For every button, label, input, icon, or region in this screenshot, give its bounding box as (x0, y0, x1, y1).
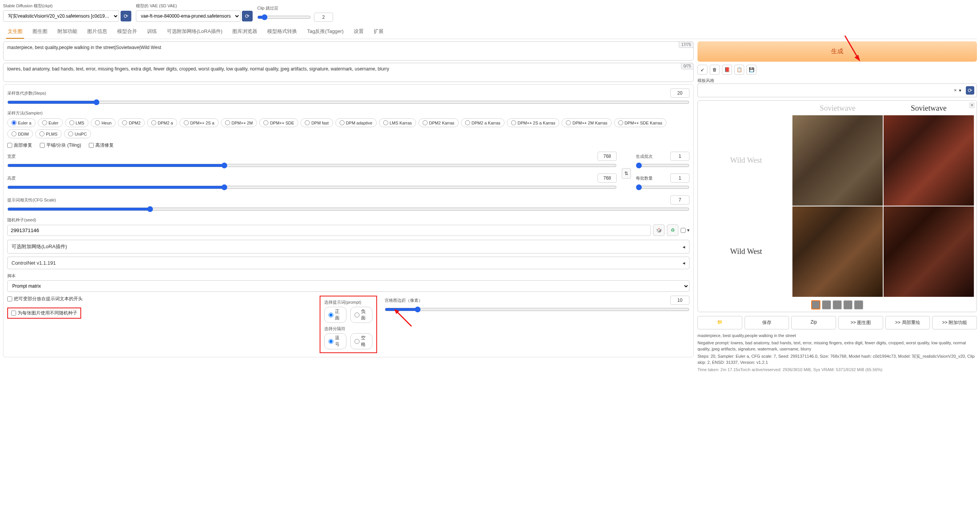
tab-3[interactable]: 图片信息 (86, 25, 109, 39)
hires-check[interactable]: 高清修复 (89, 142, 114, 149)
open-folder-button[interactable]: 📁 (697, 316, 742, 329)
tab-4[interactable]: 模型合并 (116, 25, 139, 39)
sampler-dpm2-a-karras[interactable]: DPM2 a Karras (461, 118, 505, 127)
put-at-start-check[interactable]: 把可变部分放在提示词文本的开头 (7, 296, 312, 302)
seed-input[interactable] (7, 225, 651, 236)
sampler-lms-karras[interactable]: LMS Karras (379, 118, 416, 127)
thumb[interactable] (854, 300, 863, 309)
height-value[interactable]: 768 (598, 173, 617, 183)
seed-dice-icon[interactable]: 🎲 (653, 224, 665, 236)
different-seed-check[interactable]: 为每张图片使用不同随机种子 (11, 310, 77, 316)
grid-row-label: Wild West (700, 206, 792, 298)
margin-slider[interactable] (385, 306, 689, 313)
style-clear-icon[interactable]: × (954, 88, 957, 93)
swap-wh-button[interactable]: ⇅ (622, 168, 631, 179)
sampler-unipc[interactable]: UniPC (64, 129, 91, 138)
style-refresh-icon[interactable]: ⟳ (966, 86, 974, 95)
seed-recycle-icon[interactable]: ♻ (667, 224, 678, 236)
batch-size-value[interactable]: 1 (670, 173, 689, 183)
sampler-ddim[interactable]: DDIM (7, 129, 33, 138)
vae-select[interactable]: vae-ft-mse-840000-ema-pruned.safetensors (136, 10, 240, 22)
script-label: 脚本 (7, 273, 16, 278)
batch-count-slider[interactable] (636, 162, 689, 169)
steps-slider[interactable] (7, 99, 689, 105)
model-refresh-icon[interactable]: ⟳ (121, 11, 131, 21)
clip-value[interactable]: 2 (314, 13, 333, 22)
arrow-tool-icon[interactable]: ↙ (697, 65, 707, 75)
tiling-check[interactable]: 平铺/分块 (Tiling) (40, 142, 81, 149)
sampler-dpm---sde-karras[interactable]: DPM++ SDE Karras (614, 118, 666, 127)
to-extras-button[interactable]: >> 附加功能 (932, 316, 977, 329)
tab-8[interactable]: 模型格式转换 (266, 25, 299, 39)
sampler-dpm---2m-karras[interactable]: DPM++ 2M Karras (562, 118, 611, 127)
tab-0[interactable]: 文生图 (6, 25, 24, 39)
to-img2img-button[interactable]: >> 图生图 (838, 316, 883, 329)
save-button[interactable]: 保存 (745, 316, 789, 329)
vae-refresh-icon[interactable]: ⟳ (242, 11, 253, 21)
lora-accordion[interactable]: 可选附加网络(LoRA插件)◂ (7, 240, 689, 254)
tab-5[interactable]: 训练 (145, 25, 158, 39)
book-icon[interactable]: 📕 (722, 65, 732, 75)
delim-comma-radio[interactable]: 逗号 (324, 333, 346, 349)
sampler-euler[interactable]: Euler (38, 118, 63, 127)
controlnet-accordion[interactable]: ControlNet v1.1.191◂ (7, 257, 689, 269)
sampler-dpm-adaptive[interactable]: DPM adaptive (335, 118, 377, 127)
clip-slider[interactable] (257, 14, 311, 20)
prompt-positive[interactable]: masterpiece, best quality,people walking… (3, 41, 694, 61)
tab-1[interactable]: 图生图 (31, 25, 49, 39)
sampler-dpm---sde[interactable]: DPM++ SDE (259, 118, 298, 127)
output-image[interactable] (884, 206, 974, 297)
sampler-dpm---2s-a[interactable]: DPM++ 2S a (180, 118, 219, 127)
thumb[interactable] (811, 300, 820, 309)
script-select[interactable]: Prompt matrix (7, 280, 689, 292)
tab-7[interactable]: 图库浏览器 (231, 25, 259, 39)
output-image[interactable] (792, 115, 883, 206)
to-inpaint-button[interactable]: >> 局部重绘 (885, 316, 930, 329)
thumb[interactable] (843, 300, 853, 309)
prompt-neg-radio[interactable]: 负面 (350, 307, 372, 323)
generation-info: masterpiece, best quality,people walking… (697, 332, 977, 373)
tab-9[interactable]: Tag反推(Tagger) (305, 25, 345, 39)
seed-extra-check[interactable]: ▾ (681, 227, 689, 233)
steps-value[interactable]: 20 (670, 88, 689, 98)
output-image[interactable] (884, 115, 974, 206)
sampler-plms[interactable]: PLMS (35, 129, 62, 138)
sampler-heun[interactable]: Heun (91, 118, 116, 127)
tab-6[interactable]: 可选附加网络(LoRA插件) (165, 25, 224, 39)
sampler-dpm2-karras[interactable]: DPM2 Karras (418, 118, 459, 127)
model-select[interactable]: 写实\realisticVisionV20_v20.safetensors [c… (3, 10, 119, 22)
cfg-slider[interactable] (7, 206, 689, 212)
chevron-down-icon[interactable]: ▾ (959, 88, 961, 93)
delim-space-radio[interactable]: 空格 (350, 333, 372, 349)
thumb[interactable] (833, 300, 842, 309)
sampler-dpm---2s-a-karras[interactable]: DPM++ 2S a Karras (507, 118, 559, 127)
batch-size-slider[interactable] (636, 184, 689, 190)
batch-count-label: 生成批次 (636, 154, 653, 159)
cfg-value[interactable]: 7 (670, 195, 689, 205)
sampler-dpm-fast[interactable]: DPM fast (301, 118, 333, 127)
thumb[interactable] (822, 300, 831, 309)
tab-10[interactable]: 设置 (352, 25, 365, 39)
save-template-icon[interactable]: 💾 (746, 65, 756, 75)
sampler-dpm2-a[interactable]: DPM2 a (147, 118, 177, 127)
height-slider[interactable] (7, 184, 617, 190)
sampler-dpm2[interactable]: DPM2 (118, 118, 145, 127)
sampler-lms[interactable]: LMS (65, 118, 89, 127)
width-value[interactable]: 768 (598, 152, 617, 161)
width-slider[interactable] (7, 162, 617, 169)
restore-faces-check[interactable]: 面部修复 (7, 142, 32, 149)
sampler-euler-a[interactable]: Euler a (7, 118, 36, 127)
tab-11[interactable]: 扩展 (372, 25, 385, 39)
prompt-pos-radio[interactable]: 正面 (324, 307, 346, 323)
prompt-negative[interactable]: lowres, bad anatomy, bad hands, text, er… (3, 63, 694, 82)
clipboard-icon[interactable]: 📋 (734, 65, 744, 75)
margin-value[interactable]: 10 (670, 296, 689, 305)
gallery-close-icon[interactable]: × (969, 102, 975, 108)
batch-count-value[interactable]: 1 (670, 152, 689, 161)
output-image[interactable] (792, 206, 883, 297)
trash-icon[interactable]: 🗑 (710, 65, 720, 75)
sampler-dpm---2m[interactable]: DPM++ 2M (221, 118, 257, 127)
zip-button[interactable]: Zip (791, 316, 836, 329)
generate-button[interactable]: 生成 (697, 41, 977, 62)
tab-2[interactable]: 附加功能 (56, 25, 79, 39)
